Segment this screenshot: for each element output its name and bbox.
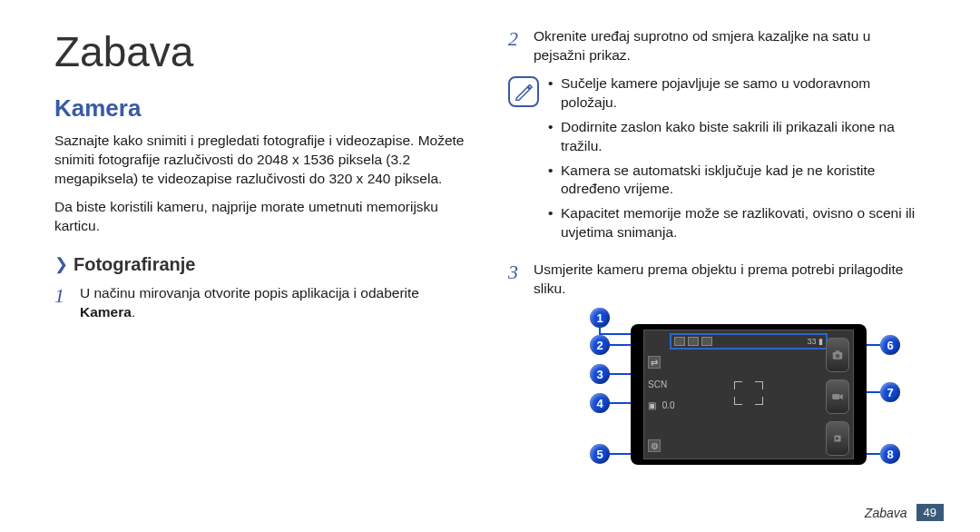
step-number: 3 [508, 261, 534, 299]
note-icon [508, 76, 539, 107]
step-1-bold: Kamera [80, 304, 132, 320]
status-icon [674, 337, 685, 346]
footer-label: Zabava [865, 506, 907, 520]
chapter-title: Zabava [54, 27, 472, 76]
status-bar: 33 ▮ [670, 333, 828, 350]
note-item: Kamera se automatski isključuje kad je n… [548, 162, 926, 200]
callout-4: 4 [590, 393, 610, 413]
step-2: 2 Okrenite uređaj suprotno od smjera kaz… [508, 27, 926, 65]
note-item: Kapacitet memorije može se razlikovati, … [548, 204, 926, 242]
callout-2: 2 [590, 335, 610, 355]
intro-paragraph-1: Saznajte kako snimiti i pregledati fotog… [54, 132, 472, 189]
step-3-text: Usmjerite kameru prema objektu i prema p… [534, 261, 926, 299]
note-item: Dodirnite zaslon kako biste sakrili ili … [548, 118, 926, 156]
step-3: 3 Usmjerite kameru prema objektu i prema… [508, 261, 926, 299]
battery-label: 33 [807, 337, 816, 346]
callout-7: 7 [880, 382, 900, 402]
camera-figure: 1 2 3 4 5 6 7 8 [563, 308, 907, 480]
step-1-text-b: . [132, 304, 135, 320]
callout-8: 8 [880, 444, 900, 464]
intro-paragraph-2: Da biste koristili kameru, najprije mora… [54, 198, 472, 236]
mode-switch-icon: ⇄ [648, 356, 675, 369]
gallery-icon [826, 421, 849, 456]
camera-shutter-icon [826, 338, 849, 372]
phone-mockup: 33 ▮ ⇄ SCN ▣ 0.0 ⚙ [631, 324, 867, 465]
svg-point-2 [836, 354, 840, 359]
note-item: Sučelje kamere pojavljuje se samo u vodo… [548, 74, 926, 113]
status-icon [688, 337, 699, 346]
status-icon [701, 337, 712, 346]
focus-reticle-icon [644, 380, 853, 406]
callout-5: 5 [590, 444, 610, 464]
callout-6: 6 [880, 335, 900, 355]
step-number: 2 [508, 27, 534, 65]
section-title: Kamera [54, 94, 472, 123]
settings-icon: ⚙ [648, 439, 675, 452]
step-1: 1 U načinu mirovanja otvorite popis apli… [54, 284, 472, 322]
subsection-heading: ❯ Fotografiranje [54, 254, 472, 275]
step-1-text-a: U načinu mirovanja otvorite popis aplika… [80, 285, 419, 300]
step-number: 1 [54, 284, 80, 322]
page-footer: Zabava 49 [865, 504, 944, 521]
callout-3: 3 [590, 364, 610, 384]
svg-rect-1 [836, 350, 840, 352]
chevron-right-icon: ❯ [54, 254, 68, 274]
step-2-text: Okrenite uređaj suprotno od smjera kazal… [534, 27, 926, 65]
subsection-title: Fotografiranje [74, 254, 195, 275]
page-number: 49 [916, 504, 944, 521]
callout-1: 1 [590, 308, 610, 328]
note-block: Sučelje kamere pojavljuje se samo u vodo… [508, 74, 926, 248]
